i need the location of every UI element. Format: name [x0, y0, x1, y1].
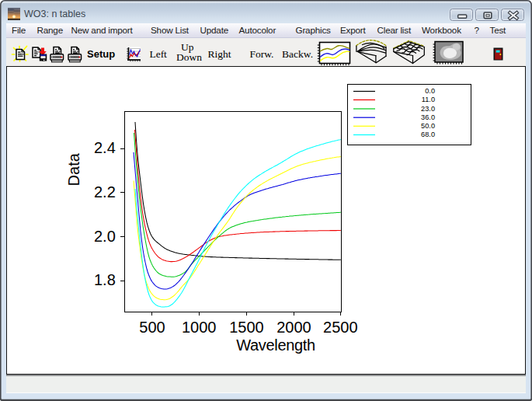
svg-text:500: 500	[139, 319, 165, 336]
svg-text:Wavelength: Wavelength	[236, 336, 315, 354]
svg-text:0.0: 0.0	[425, 87, 435, 95]
svg-text:68.0: 68.0	[421, 131, 435, 138]
svg-text:1.8: 1.8	[94, 271, 116, 288]
svg-text:2.0: 2.0	[94, 228, 116, 245]
svg-text:2500: 2500	[323, 319, 358, 336]
svg-text:36.0: 36.0	[421, 113, 435, 121]
svg-text:1000: 1000	[182, 319, 217, 336]
svg-text:2000: 2000	[276, 319, 311, 336]
svg-text:2.2: 2.2	[94, 183, 116, 200]
svg-text:50.0: 50.0	[421, 122, 435, 130]
svg-text:23.0: 23.0	[421, 105, 435, 113]
svg-text:11.0: 11.0	[422, 96, 435, 103]
svg-text:2.4: 2.4	[94, 139, 116, 156]
svg-text:Data: Data	[65, 152, 82, 186]
svg-text:1500: 1500	[229, 319, 264, 336]
